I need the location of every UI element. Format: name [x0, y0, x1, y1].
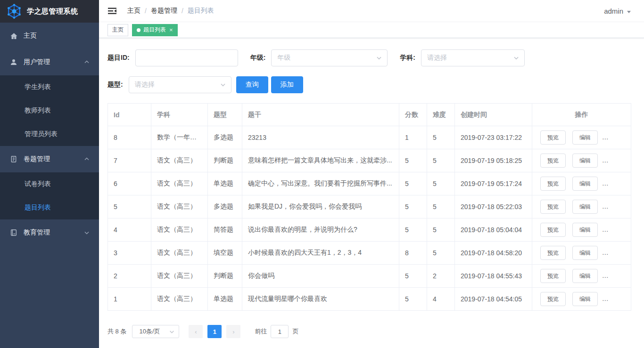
- chevron-down-icon: [376, 55, 382, 61]
- preview-button[interactable]: 预览: [540, 223, 566, 237]
- qtype-placeholder: 请选择: [135, 81, 220, 89]
- prev-page-button[interactable]: ‹: [189, 325, 203, 338]
- table-row: 1 语文（高三） 单选题 现代流量明星哪个你最喜欢 5 4 2019-07-18…: [108, 288, 631, 311]
- edit-button[interactable]: 编辑: [572, 269, 598, 283]
- cell-qtype: 多选题: [208, 195, 242, 219]
- preview-button[interactable]: 预览: [540, 246, 566, 260]
- cell-actions: 预览 编辑 删除: [532, 195, 631, 219]
- sidebar-item-label: 主页: [24, 32, 37, 40]
- add-button[interactable]: 添加: [271, 76, 303, 93]
- top-navbar: 主页 / 卷题管理 / 题目列表 admin: [99, 0, 644, 22]
- cell-difficulty: 5: [427, 172, 455, 195]
- sidebar-item-home[interactable]: 主页: [0, 23, 99, 49]
- sidebar-item-student-list[interactable]: 学生列表: [0, 75, 99, 99]
- submenu-paper-mgmt: 试卷列表 题目列表: [0, 172, 99, 219]
- sub-item-label: 管理员列表: [25, 130, 58, 138]
- subject-select[interactable]: 请选择: [421, 49, 525, 66]
- breadcrumb-current: 题目列表: [188, 7, 214, 15]
- cell-id: 7: [108, 149, 151, 172]
- cell-stem: 确定中心，写出深意。我们要着于挖掘所写事件...: [242, 172, 399, 195]
- cell-actions: 预览 编辑 删除: [532, 265, 631, 288]
- preview-button[interactable]: 预览: [540, 154, 566, 168]
- chevron-up-icon: [84, 156, 90, 162]
- qtype-select[interactable]: 请选择: [129, 76, 231, 93]
- cell-id: 1: [108, 288, 151, 311]
- next-page-button[interactable]: ›: [226, 325, 240, 338]
- cell-score: 8: [399, 242, 427, 265]
- sidebar-item-question-list[interactable]: 题目列表: [0, 196, 99, 219]
- grade-placeholder: 年级: [277, 54, 376, 62]
- cell-stem: 如果我是DJ，你会爱我吗，你会爱我吗: [242, 195, 399, 219]
- cell-actions: 预览 编辑 删除: [532, 288, 631, 311]
- table-row: 5 语文（高三） 多选题 如果我是DJ，你会爱我吗，你会爱我吗 5 5 2019…: [108, 195, 631, 219]
- tab-label: 题目列表: [143, 26, 166, 34]
- caret-down-icon: [627, 11, 631, 13]
- delete-button[interactable]: 删除: [604, 223, 630, 237]
- delete-button[interactable]: 删除: [604, 130, 630, 145]
- edit-button[interactable]: 编辑: [572, 200, 598, 214]
- page-1-button[interactable]: 1: [207, 325, 222, 338]
- preview-button[interactable]: 预览: [540, 200, 566, 214]
- delete-button[interactable]: 删除: [604, 177, 630, 191]
- sidebar-group-user-mgmt[interactable]: 用户管理: [0, 49, 99, 75]
- cell-subject: 语文（高三）: [151, 172, 208, 195]
- sidebar-group-label: 教育管理: [24, 228, 50, 237]
- close-icon[interactable]: ×: [169, 27, 173, 33]
- submenu-user-mgmt: 学生列表 教师列表 管理员列表: [0, 75, 99, 146]
- delete-button[interactable]: 删除: [604, 246, 630, 260]
- cell-id: 8: [108, 126, 151, 149]
- cell-actions: 预览 编辑 删除: [532, 149, 631, 172]
- question-id-input[interactable]: [135, 49, 238, 66]
- cell-created: 2019-07-18 04:54:05: [455, 288, 532, 311]
- sidebar-item-teacher-list[interactable]: 教师列表: [0, 99, 99, 122]
- filter-row-2: 题型: 请选择 查询 添加: [107, 76, 631, 93]
- chevron-down-icon: [169, 329, 175, 335]
- tab-home[interactable]: 主页: [107, 24, 128, 36]
- cell-qtype: 填空题: [208, 242, 242, 265]
- preview-button[interactable]: 预览: [540, 130, 566, 145]
- sidebar-item-admin-list[interactable]: 管理员列表: [0, 122, 99, 146]
- preview-button[interactable]: 预览: [540, 177, 566, 191]
- breadcrumb-paper-mgmt[interactable]: 卷题管理: [151, 7, 177, 15]
- sidebar-fold-icon[interactable]: [107, 6, 117, 16]
- cell-actions: 预览 编辑 删除: [532, 242, 631, 265]
- delete-button[interactable]: 删除: [604, 154, 630, 168]
- edit-button[interactable]: 编辑: [572, 177, 598, 191]
- table-row: 6 语文（高三） 单选题 确定中心，写出深意。我们要着于挖掘所写事件... 5 …: [108, 172, 631, 195]
- goto-page-input[interactable]: [271, 325, 289, 338]
- cell-qtype: 单选题: [208, 172, 242, 195]
- user-menu[interactable]: admin: [604, 7, 631, 15]
- edit-button[interactable]: 编辑: [572, 246, 598, 260]
- breadcrumb-home[interactable]: 主页: [127, 7, 140, 15]
- delete-button[interactable]: 删除: [604, 200, 630, 214]
- book-icon: [9, 228, 18, 237]
- col-header-score: 分数: [399, 104, 427, 126]
- sidebar-group-edu-mgmt[interactable]: 教育管理: [0, 219, 99, 246]
- sidebar-group-paper-mgmt[interactable]: 卷题管理: [0, 146, 99, 172]
- table-row: 4 语文（高三） 简答题 说出你最喜欢的明星，并说明为什么? 5 5 2019-…: [108, 219, 631, 242]
- cell-score: 5: [399, 195, 427, 219]
- tags-view-bar: 主页 题目列表 ×: [99, 22, 644, 38]
- grade-select[interactable]: 年级: [271, 49, 388, 66]
- exam-paper-icon: [9, 155, 18, 163]
- preview-button[interactable]: 预览: [540, 292, 566, 306]
- page-size-select[interactable]: 10条/页: [132, 325, 179, 338]
- edit-button[interactable]: 编辑: [572, 154, 598, 168]
- edit-button[interactable]: 编辑: [572, 292, 598, 306]
- cell-created: 2019-07-18 04:58:20: [455, 242, 532, 265]
- preview-button[interactable]: 预览: [540, 269, 566, 283]
- edit-button[interactable]: 编辑: [572, 130, 598, 145]
- cell-created: 2019-07-18 05:04:04: [455, 219, 532, 242]
- cell-score: 5: [399, 288, 427, 311]
- cell-subject: 语文（高三）: [151, 195, 208, 219]
- sidebar-item-exam-list[interactable]: 试卷列表: [0, 172, 99, 196]
- search-button[interactable]: 查询: [236, 76, 268, 93]
- cell-actions: 预览 编辑 删除: [532, 219, 631, 242]
- tab-question-list[interactable]: 题目列表 ×: [132, 24, 178, 36]
- delete-button[interactable]: 删除: [604, 292, 630, 306]
- delete-button[interactable]: 删除: [604, 269, 630, 283]
- cell-id: 4: [108, 219, 151, 242]
- qtype-label: 题型:: [107, 81, 123, 89]
- logo-bar: 学之思管理系统: [0, 0, 99, 23]
- edit-button[interactable]: 编辑: [572, 223, 598, 237]
